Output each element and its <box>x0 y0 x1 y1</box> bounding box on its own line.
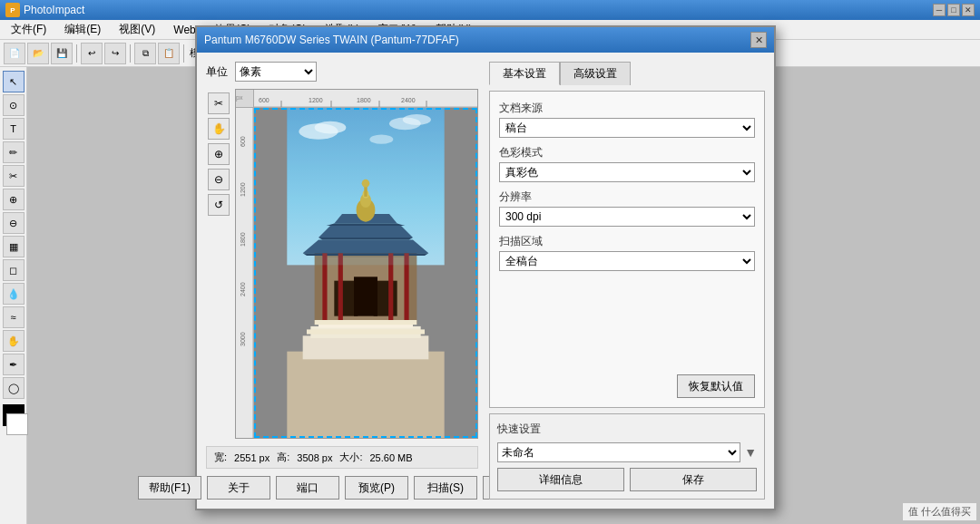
app-titlebar: P PhotoImpact ─ □ ✕ <box>0 0 980 20</box>
toolbar-redo[interactable]: ↪ <box>104 43 126 64</box>
preview-button[interactable]: 预览(P) <box>345 476 408 500</box>
svg-text:2400: 2400 <box>240 282 246 296</box>
twain-close-button[interactable]: ✕ <box>750 32 767 48</box>
height-value: 3508 px <box>297 452 332 463</box>
tool-eraser[interactable]: ◻ <box>3 259 24 281</box>
toolbar-new[interactable]: 📄 <box>4 43 25 64</box>
resolution-select[interactable]: 300 dpi <box>499 207 755 227</box>
unit-label: 单位 <box>206 64 228 80</box>
svg-text:2400: 2400 <box>401 97 416 103</box>
tool-eyedrop[interactable]: 💧 <box>3 283 24 305</box>
tool-crop[interactable]: ✂ <box>3 165 24 187</box>
scan-area-select[interactable]: 全稿台 <box>499 251 755 271</box>
app-icon: P <box>5 3 20 17</box>
toolbar-save[interactable]: 💾 <box>51 43 73 64</box>
quick-settings-select[interactable]: 未命名 <box>497 442 740 462</box>
toolbar-sep2 <box>130 44 131 63</box>
info-row: 宽: 2551 px 高: 3508 px 大小: 25.60 MB <box>206 446 478 469</box>
tool-fill[interactable]: ▦ <box>3 236 24 257</box>
tool-lasso[interactable]: ⊙ <box>3 94 24 116</box>
resolution-label: 分辨率 <box>499 189 755 205</box>
quick-dropdown-icon: ▼ <box>744 445 757 460</box>
watermark: 值 什么值得买 <box>903 503 976 520</box>
svg-rect-46 <box>315 320 417 325</box>
preview-canvas[interactable]: px 600 1200 1800 2400 <box>235 89 478 439</box>
resolution-group: 分辨率 300 dpi <box>499 189 755 227</box>
tool-shapes[interactable]: ◯ <box>3 377 24 399</box>
unit-select[interactable]: 像素 <box>235 62 317 82</box>
maximize-button[interactable]: □ <box>947 4 960 16</box>
toolbar-sep1 <box>76 44 77 63</box>
size-label: 大小: <box>339 451 362 464</box>
tool-pen[interactable]: ✒ <box>3 354 24 375</box>
preview-image <box>254 108 477 438</box>
toolbar-undo[interactable]: ↩ <box>81 43 103 64</box>
preview-section: ✂ ✋ ⊕ ⊖ ↺ px <box>206 89 478 439</box>
toolbar-paste[interactable]: 📋 <box>158 43 180 64</box>
preview-crop-tool[interactable]: ✂ <box>208 92 230 114</box>
twain-dialog: Pantum M6760DW Series TWAIN (Pantum-77DF… <box>195 25 776 510</box>
left-toolbar: ↖ ⊙ T ✏ ✂ ⊕ ⊖ ▦ ◻ 💧 ≈ ✋ ✒ ◯ <box>0 67 27 524</box>
twain-bottom-buttons: 帮助(F1) 关于 端口 预览(P) 扫描(S) 关闭 <box>206 476 478 500</box>
ruler-left: 600 1200 1800 2400 3000 <box>236 108 254 438</box>
width-label: 宽: <box>214 451 227 464</box>
color-mode-group: 色彩模式 真彩色 <box>499 145 755 182</box>
svg-rect-47 <box>287 108 444 265</box>
save-settings-button[interactable]: 保存 <box>630 468 757 491</box>
quick-buttons-row: 详细信息 保存 <box>497 468 757 491</box>
svg-text:3000: 3000 <box>240 332 246 346</box>
height-label: 高: <box>277 451 289 464</box>
menu-view[interactable]: 视图(V) <box>112 20 162 39</box>
preview-zoom-out-tool[interactable]: ⊖ <box>208 169 230 190</box>
twain-right-panel: 基本设置 高级设置 文档来源 稿台 色彩模式 真彩色 <box>489 62 765 500</box>
detail-button[interactable]: 详细信息 <box>497 468 624 491</box>
size-value: 25.60 MB <box>370 452 413 463</box>
app-title: PhotoImpact <box>24 4 84 16</box>
ruler-corner: px <box>236 90 254 108</box>
doc-source-select[interactable]: 稿台 <box>499 118 755 138</box>
preview-hand-tool[interactable]: ✋ <box>208 118 230 140</box>
tool-text[interactable]: T <box>3 118 24 140</box>
preview-zoom-in-tool[interactable]: ⊕ <box>208 143 230 165</box>
restore-default-button[interactable]: 恢复默认值 <box>677 374 755 398</box>
tool-blur[interactable]: ≈ <box>3 306 24 328</box>
tool-zoom-in[interactable]: ⊕ <box>3 189 24 210</box>
unit-row: 单位 像素 <box>206 62 478 82</box>
tool-hand[interactable]: ✋ <box>3 330 24 352</box>
toolbar-open[interactable]: 📂 <box>27 43 49 64</box>
tool-zoom-out[interactable]: ⊖ <box>3 212 24 234</box>
svg-text:1800: 1800 <box>357 97 371 103</box>
quick-select-row: 未命名 ▼ <box>497 442 757 462</box>
toolbar-copy[interactable]: ⧉ <box>134 43 156 64</box>
color-bg[interactable] <box>6 413 28 435</box>
tabs-row: 基本设置 高级设置 <box>489 62 765 85</box>
close-button[interactable]: ✕ <box>962 4 975 16</box>
toolbar-sep3 <box>183 44 184 63</box>
doc-source-group: 文档来源 稿台 <box>499 101 755 138</box>
tool-select[interactable]: ↖ <box>3 71 24 92</box>
twain-body: 单位 像素 ✂ ✋ ⊕ ⊖ ↺ px <box>197 53 774 509</box>
help-button[interactable]: 帮助(F1) <box>138 476 201 500</box>
svg-text:1800: 1800 <box>240 232 246 247</box>
scan-button[interactable]: 扫描(S) <box>414 476 477 500</box>
svg-text:1200: 1200 <box>240 182 246 197</box>
settings-panel: 文档来源 稿台 色彩模式 真彩色 分辨率 300 dpi <box>489 91 765 408</box>
preview-reset-tool[interactable]: ↺ <box>208 194 230 216</box>
minimize-button[interactable]: ─ <box>933 4 946 16</box>
tab-basic[interactable]: 基本设置 <box>489 62 560 85</box>
svg-text:600: 600 <box>240 136 246 147</box>
tab-advanced[interactable]: 高级设置 <box>560 62 631 85</box>
ruler-top: 600 1200 1800 2400 <box>254 90 477 108</box>
svg-text:600: 600 <box>259 97 270 103</box>
svg-rect-29 <box>354 277 377 315</box>
about-button[interactable]: 关于 <box>207 476 270 500</box>
scan-area-label: 扫描区域 <box>499 234 755 249</box>
twain-titlebar: Pantum M6760DW Series TWAIN (Pantum-77DF… <box>197 27 774 53</box>
tool-paint[interactable]: ✏ <box>3 141 24 163</box>
menu-file[interactable]: 文件(F) <box>4 20 54 39</box>
color-mode-select[interactable]: 真彩色 <box>499 162 755 182</box>
doc-source-label: 文档来源 <box>499 101 755 116</box>
menu-edit[interactable]: 编辑(E) <box>57 20 108 39</box>
port-button[interactable]: 端口 <box>276 476 339 500</box>
watermark-text: 值 什么值得买 <box>908 506 971 517</box>
